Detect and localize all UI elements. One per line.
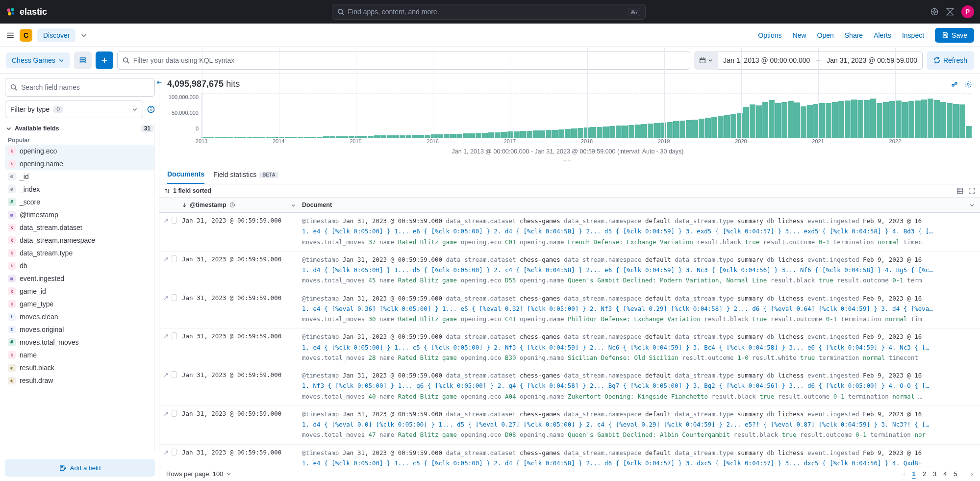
row-checkbox[interactable] [172,217,177,224]
space-selector[interactable]: C [20,29,32,42]
field-item[interactable]: kgame_type [5,298,154,310]
refresh-button[interactable]: Refresh [927,51,974,70]
svg-line-31 [15,89,17,91]
data-view-selector[interactable]: Chess Games [6,52,70,68]
expand-row-icon[interactable]: ↗ [163,217,169,224]
page-3[interactable]: 3 [933,470,936,478]
add-field-button[interactable]: Add a field [5,459,155,477]
date-to: Jan 31, 2023 @ 00:59:59.000 [827,56,917,64]
field-item[interactable]: ◐result.black [5,361,154,374]
add-filter-button[interactable] [96,51,113,69]
field-type-icon: t [8,326,16,333]
svg-point-38 [952,84,954,86]
app-name-badge[interactable]: Discover [37,28,75,42]
expand-row-icon[interactable]: ↗ [163,371,169,379]
global-search-input[interactable]: Find apps, content, and more. ⌘/ [332,4,646,20]
col-timestamp[interactable]: @timestamp [179,198,299,212]
elastic-logo-icon [6,7,16,17]
sorted-label[interactable]: 1 field sorted [173,187,211,194]
field-item[interactable]: tmoves.clean [5,310,154,323]
field-item[interactable]: ◐result.draw [5,374,154,387]
row-checkbox[interactable] [172,449,177,456]
expand-row-icon[interactable]: ↗ [163,294,169,302]
chevron-down-icon[interactable] [80,32,87,39]
histogram-chart[interactable]: 100,000,00050,000,0000 20132014201520162… [159,91,980,165]
calendar-button[interactable] [694,51,718,70]
row-checkbox[interactable] [172,410,177,417]
row-checkbox[interactable] [172,332,177,339]
gear-icon[interactable] [964,80,972,88]
field-search-input[interactable]: Search field names [5,78,155,97]
cell-document: @timestamp Jan 31, 2023 @ 00:59:59.000 d… [299,290,980,329]
collapse-sidebar-icon[interactable]: ⇤ [155,78,164,87]
field-item[interactable]: kname [5,349,154,361]
field-item[interactable]: kdata_stream.namespace [5,234,154,247]
svg-point-7 [933,11,936,13]
field-item[interactable]: kdata_stream.type [5,247,154,259]
field-item[interactable]: ▦event.ingested [5,272,154,285]
row-checkbox[interactable] [172,371,177,378]
field-item[interactable]: kopening.name [5,157,154,170]
toolbar-link-share[interactable]: Share [845,31,863,39]
expand-row-icon[interactable]: ↗ [163,332,169,340]
page-2[interactable]: 2 [923,470,926,478]
saved-query-button[interactable] [74,51,92,69]
available-count: 31 [141,125,153,132]
toolbar-link-inspect[interactable]: Inspect [902,31,924,39]
page-prev[interactable]: ‹ [903,470,905,478]
field-item[interactable]: #_score [5,196,154,208]
row-checkbox[interactable] [172,294,177,301]
svg-point-3 [12,12,14,15]
field-item[interactable]: kdb [5,259,154,272]
expand-row-icon[interactable]: ↗ [163,255,169,263]
field-item[interactable]: ▦@timestamp [5,208,154,221]
field-item[interactable]: #moves.total_moves [5,336,154,349]
field-item[interactable]: tmoves.original [5,323,154,336]
nav-toggle-icon[interactable] [6,31,15,40]
toolbar-link-new[interactable]: New [793,31,806,39]
brand-logo[interactable]: elastic [6,7,47,17]
page-next[interactable]: › [971,470,973,478]
expand-row-icon[interactable]: ↗ [163,410,169,417]
col-document[interactable]: Document [299,198,969,212]
filter-by-type-select[interactable]: Filter by type 0 [5,101,143,118]
table-row: ↗Jan 31, 2023 @ 00:59:59.000@timestamp J… [159,290,980,329]
chevron-down-icon[interactable] [291,203,296,208]
fullscreen-icon[interactable] [968,187,975,194]
page-1[interactable]: 1 [912,470,915,478]
date-range-picker[interactable]: Jan 1, 2013 @ 00:00:00.000 → Jan 31, 202… [694,51,923,70]
tab-documents[interactable]: Documents [167,165,204,184]
page-4[interactable]: 4 [943,470,947,478]
resize-handle[interactable]: ══ [163,158,972,164]
available-fields-header[interactable]: Available fields 31 [5,122,154,135]
table-row: ↗Jan 31, 2023 @ 00:59:59.000@timestamp J… [159,252,980,290]
toolbar-link-options[interactable]: Options [758,31,781,39]
tab-field-statistics[interactable]: Field statistics BETA [213,166,278,183]
rows-per-page-select[interactable]: Rows per page: 100 [166,470,231,478]
sort-desc-icon [182,203,187,207]
help-icon[interactable] [930,7,939,16]
kql-input[interactable]: Filter your data using KQL syntax [117,51,691,70]
chart-edit-icon[interactable] [951,80,958,88]
user-avatar[interactable]: P [961,5,974,18]
field-item[interactable]: kopening.eco [5,145,154,157]
app-toolbar: C Discover OptionsNewOpenShareAlertsInsp… [0,24,980,47]
expand-row-icon[interactable]: ↗ [163,449,169,456]
toolbar-link-alerts[interactable]: Alerts [874,31,891,39]
save-button[interactable]: Save [935,28,974,43]
field-item[interactable]: kgame_id [5,285,154,298]
field-item[interactable]: kdata_stream.dataset [5,221,154,234]
page-5[interactable]: 5 [954,470,957,478]
info-icon[interactable] [147,105,155,113]
field-item[interactable]: ⊘_index [5,183,154,196]
field-type-icon: ▦ [8,275,16,282]
chevron-down-icon[interactable] [969,203,975,208]
field-item[interactable]: ⊘_id [5,170,154,183]
svg-line-25 [127,62,129,64]
svg-rect-17 [944,32,946,34]
toolbar-link-open[interactable]: Open [817,31,834,39]
sort-icon[interactable] [164,188,170,194]
row-checkbox[interactable] [172,255,177,262]
density-icon[interactable] [956,187,963,194]
newsfeed-icon[interactable] [946,7,955,16]
